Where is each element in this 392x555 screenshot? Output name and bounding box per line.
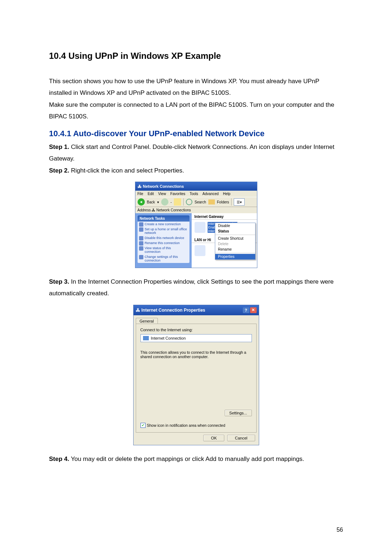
up-button-icon[interactable]: [174, 198, 181, 206]
close-button-icon[interactable]: ✕: [250, 307, 257, 313]
settings-button[interactable]: Settings...: [225, 410, 252, 416]
intro-paragraph-1: This section shows you how to use the UP…: [49, 76, 343, 99]
context-menu-delete: Delete: [215, 241, 255, 247]
connect-using-label: Connect to the Internet using:: [140, 328, 252, 332]
network-tasks-header: Network Tasks: [138, 215, 189, 222]
step-1: Step 1. Click start and Control Panel. D…: [49, 141, 343, 165]
context-menu-rename[interactable]: Rename: [215, 247, 255, 252]
dialog-titlebar: 🖧 Internet Connection Properties ? ✕: [134, 305, 259, 315]
show-icon-label: Show icon in notification area when conn…: [147, 423, 225, 428]
search-button-label[interactable]: Search: [195, 200, 206, 204]
address-label: Address: [138, 208, 151, 212]
menu-tools[interactable]: Tools: [189, 192, 198, 196]
step-2-text: Right-click the icon and select Properti…: [69, 167, 184, 174]
menu-help[interactable]: Help: [223, 192, 230, 196]
back-dropdown-icon[interactable]: ▾: [157, 200, 159, 204]
group-internet-gateway: Internet Gateway: [192, 213, 257, 220]
connections-list: Internet Gateway Internet Connection Ena…: [192, 213, 257, 268]
menu-file[interactable]: File: [138, 192, 143, 196]
address-value: Network Connections: [156, 208, 191, 212]
step-4: Step 4. You may edit or delete the port …: [49, 453, 343, 465]
folders-icon[interactable]: [208, 199, 215, 204]
step-3-text: In the Internet Connection Properties wi…: [49, 278, 334, 297]
menu-advanced[interactable]: Advanced: [203, 192, 219, 196]
context-menu-properties[interactable]: Properties: [215, 254, 255, 259]
window-titlebar: 🖧 Network Connections: [135, 182, 257, 191]
step-4-label: Step 4.: [49, 455, 69, 462]
step-1-label: Step 1.: [49, 143, 69, 150]
subsection-heading: 10.4.1 Auto-discover Your UPnP-enabled N…: [49, 129, 343, 138]
forward-button-icon[interactable]: [161, 198, 168, 206]
network-adapter-icon: [195, 245, 205, 256]
step-4-text: You may edit or delete the port mappings…: [69, 455, 304, 462]
search-icon[interactable]: [186, 199, 192, 205]
menu-bar: File Edit View Favorites Tools Advanced …: [135, 191, 257, 197]
internet-connection-properties-dialog: 🖧 Internet Connection Properties ? ✕ Gen…: [133, 305, 259, 445]
toolbar: ◄ Back ▾ - Search Folders ☰▾: [135, 197, 257, 207]
views-button[interactable]: ☰▾: [234, 198, 245, 206]
menu-edit[interactable]: Edit: [148, 192, 154, 196]
connect-using-value: Internet Connection: [151, 336, 186, 340]
window-title: Network Connections: [143, 184, 184, 189]
menu-favorites[interactable]: Favorites: [170, 192, 185, 196]
tab-general[interactable]: General: [136, 318, 158, 324]
network-connections-window: 🖧 Network Connections File Edit View Fav…: [135, 182, 257, 268]
window-icon: 🖧: [138, 184, 142, 189]
connect-using-field: Internet Connection: [140, 334, 252, 342]
dialog-title: Internet Connection Properties: [142, 308, 205, 313]
step-2: Step 2. Right-click the icon and select …: [49, 165, 343, 177]
task-change-settings[interactable]: Change settings of this connection: [138, 254, 189, 263]
step-3-label: Step 3.: [49, 278, 69, 285]
cancel-button[interactable]: Cancel: [227, 435, 255, 441]
step-2-label: Step 2.: [49, 167, 69, 174]
step-1-text: Click start and Control Panel. Double-cl…: [49, 143, 334, 162]
task-disable-device[interactable]: Disable this network device: [138, 235, 189, 240]
intro-paragraph-2: Make sure the computer is connected to a…: [49, 99, 343, 123]
step-3: Step 3. In the Internet Connection Prope…: [49, 276, 343, 300]
back-button-label[interactable]: Back: [147, 200, 155, 204]
task-rename-connection[interactable]: Rename this connection: [138, 240, 189, 246]
task-create-connection[interactable]: Create a new connection: [138, 222, 189, 227]
help-button-icon[interactable]: ?: [243, 307, 249, 313]
task-view-status[interactable]: View status of this connection: [138, 246, 189, 254]
network-icon: [143, 336, 149, 340]
context-menu-disable[interactable]: Disable: [215, 223, 255, 228]
tasks-pane: Network Tasks Create a new connection Se…: [135, 213, 192, 268]
section-heading: 10.4 Using UPnP in Windows XP Example: [49, 51, 343, 61]
page-number: 56: [336, 527, 343, 533]
task-setup-network[interactable]: Set up a home or small office network: [138, 227, 189, 235]
menu-view[interactable]: View: [158, 192, 166, 196]
context-menu: Disable Status Create Shortcut Delete Re…: [215, 223, 256, 260]
address-bar: Address 🖧 Network Connections: [135, 207, 257, 213]
globe-icon: [195, 222, 205, 233]
context-menu-create-shortcut[interactable]: Create Shortcut: [215, 236, 255, 241]
connection-description: This connection allows you to connect to…: [140, 350, 252, 359]
back-button-icon[interactable]: ◄: [138, 198, 145, 206]
ok-button[interactable]: OK: [203, 435, 224, 441]
folders-button-label[interactable]: Folders: [217, 200, 229, 204]
context-menu-status[interactable]: Status: [215, 228, 255, 234]
show-icon-checkbox[interactable]: ✔: [140, 423, 146, 428]
dialog-icon: 🖧: [136, 308, 140, 313]
